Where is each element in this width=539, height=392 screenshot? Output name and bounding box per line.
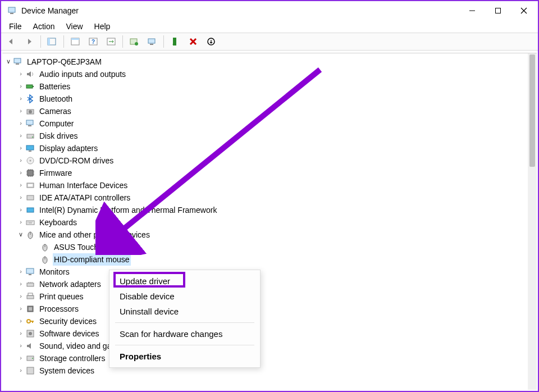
- category-batteries[interactable]: ›Batteries: [4, 80, 528, 93]
- device-tree[interactable]: ∨ LAPTOP-Q6EJP3AM ›Audio inputs and outp…: [2, 53, 528, 390]
- forward-button[interactable]: [21, 35, 37, 48]
- toolbar: ?: [1, 33, 538, 51]
- chevron-right-icon[interactable]: ›: [17, 277, 25, 290]
- menu-view[interactable]: View: [60, 21, 88, 31]
- category-network[interactable]: ›Network adapters: [4, 278, 528, 290]
- context-properties[interactable]: Properties: [109, 349, 260, 364]
- chevron-right-icon[interactable]: ›: [17, 142, 25, 154]
- svg-point-58: [32, 358, 33, 359]
- back-button[interactable]: [3, 35, 19, 48]
- context-scan-hardware[interactable]: Scan for hardware changes: [109, 326, 260, 341]
- menu-help[interactable]: Help: [89, 21, 116, 31]
- context-update-driver[interactable]: Update driver: [109, 274, 260, 289]
- device-asus-touchpad[interactable]: ASUS Touchpad: [4, 241, 528, 253]
- category-display[interactable]: ›Display adapters: [4, 142, 528, 154]
- svg-rect-38: [27, 195, 34, 200]
- chevron-right-icon[interactable]: ›: [17, 117, 25, 129]
- category-disk[interactable]: ›Disk drives: [4, 130, 528, 142]
- chevron-right-icon[interactable]: ›: [17, 104, 25, 117]
- category-software[interactable]: ›Software devices: [4, 327, 528, 340]
- svg-point-26: [29, 110, 32, 113]
- chevron-right-icon[interactable]: ›: [17, 191, 25, 203]
- svg-rect-35: [28, 170, 33, 176]
- action-button[interactable]: [103, 35, 119, 48]
- chevron-down-icon[interactable]: ∨: [4, 55, 12, 67]
- title-bar: Device Manager: [1, 1, 538, 20]
- chevron-right-icon[interactable]: ›: [17, 339, 25, 352]
- context-disable-device[interactable]: Disable device: [109, 289, 260, 304]
- software-icon: [25, 329, 36, 339]
- category-sound[interactable]: ›Sound, video and game controllers: [4, 340, 528, 352]
- chevron-right-icon[interactable]: ›: [17, 203, 25, 216]
- enable-button[interactable]: [167, 35, 183, 48]
- category-intel[interactable]: ›Intel(R) Dynamic Platform and Thermal F…: [4, 204, 528, 216]
- vertical-scrollbar[interactable]: [528, 53, 537, 390]
- update-driver-button[interactable]: [126, 35, 142, 48]
- chevron-right-icon[interactable]: ›: [17, 327, 25, 339]
- chevron-right-icon[interactable]: ›: [17, 92, 25, 104]
- show-hide-console-button[interactable]: [44, 35, 60, 48]
- disable-button[interactable]: [203, 35, 219, 48]
- category-keyboards[interactable]: ›Keyboards: [4, 216, 528, 229]
- category-print[interactable]: ›Print queues: [4, 290, 528, 303]
- scan-button[interactable]: [144, 35, 160, 48]
- system-icon: [25, 366, 36, 376]
- category-security[interactable]: ›Security devices: [4, 315, 528, 327]
- category-processors[interactable]: ›Processors: [4, 303, 528, 315]
- chevron-right-icon[interactable]: ›: [17, 290, 25, 302]
- category-hid[interactable]: ›Human Interface Devices: [4, 179, 528, 192]
- category-cameras[interactable]: ›Cameras: [4, 105, 528, 117]
- chevron-right-icon[interactable]: ›: [17, 80, 25, 92]
- svg-rect-37: [28, 184, 33, 186]
- category-dvd[interactable]: ›DVD/CD-ROM drives: [4, 154, 528, 167]
- chevron-right-icon[interactable]: ›: [17, 364, 25, 376]
- menu-action[interactable]: Action: [28, 21, 61, 31]
- device-hid-mouse[interactable]: HID-compliant mouse: [4, 253, 528, 266]
- category-bluetooth[interactable]: ›Bluetooth: [4, 93, 528, 105]
- speaker-icon: [25, 341, 36, 351]
- maximize-button[interactable]: [485, 2, 511, 20]
- context-uninstall-device[interactable]: Uninstall device: [109, 304, 260, 319]
- category-monitors[interactable]: ›Monitors: [4, 266, 528, 278]
- chevron-right-icon[interactable]: ›: [17, 302, 25, 314]
- properties-button[interactable]: [67, 35, 83, 48]
- uninstall-button[interactable]: [185, 35, 201, 48]
- category-system[interactable]: ›System devices: [4, 364, 528, 377]
- category-mice[interactable]: ∨Mice and other pointing devices: [4, 229, 528, 241]
- svg-rect-22: [16, 63, 19, 65]
- svg-point-14: [135, 42, 138, 45]
- chevron-right-icon[interactable]: ›: [17, 265, 25, 277]
- speaker-icon: [25, 69, 36, 79]
- toolbar-separator: [40, 35, 41, 48]
- computer-icon: [12, 57, 24, 67]
- mouse-icon: [39, 242, 51, 252]
- key-icon: [25, 316, 36, 326]
- tree-root[interactable]: ∨ LAPTOP-Q6EJP3AM: [4, 56, 528, 68]
- svg-rect-48: [29, 274, 31, 275]
- category-computer[interactable]: ›Computer: [4, 117, 528, 130]
- close-button[interactable]: [511, 2, 537, 20]
- chevron-right-icon[interactable]: ›: [17, 129, 25, 142]
- category-ide[interactable]: ›IDE ATA/ATAPI controllers: [4, 192, 528, 204]
- cd-icon: [25, 156, 36, 166]
- chevron-down-icon[interactable]: ∨: [17, 228, 25, 240]
- chevron-right-icon[interactable]: ›: [17, 179, 25, 191]
- chevron-right-icon[interactable]: ›: [17, 216, 25, 228]
- svg-rect-50: [27, 295, 34, 299]
- category-storage[interactable]: ›Storage controllers: [4, 352, 528, 364]
- chevron-right-icon[interactable]: ›: [17, 154, 25, 166]
- menu-file[interactable]: File: [3, 21, 28, 31]
- display-icon: [25, 143, 36, 153]
- category-audio[interactable]: ›Audio inputs and outputs: [4, 68, 528, 80]
- svg-rect-21: [14, 58, 21, 63]
- chevron-right-icon[interactable]: ›: [17, 314, 25, 327]
- help-button[interactable]: ?: [85, 35, 101, 48]
- chevron-right-icon[interactable]: ›: [17, 67, 25, 80]
- category-firmware[interactable]: ›Firmware: [4, 167, 528, 179]
- bluetooth-icon: [25, 94, 36, 104]
- chevron-right-icon[interactable]: ›: [17, 166, 25, 179]
- chevron-right-icon[interactable]: ›: [17, 352, 25, 364]
- minimize-button[interactable]: [459, 2, 485, 20]
- context-menu: Update driver Disable device Uninstall d…: [109, 270, 261, 368]
- mouse-icon: [39, 254, 51, 265]
